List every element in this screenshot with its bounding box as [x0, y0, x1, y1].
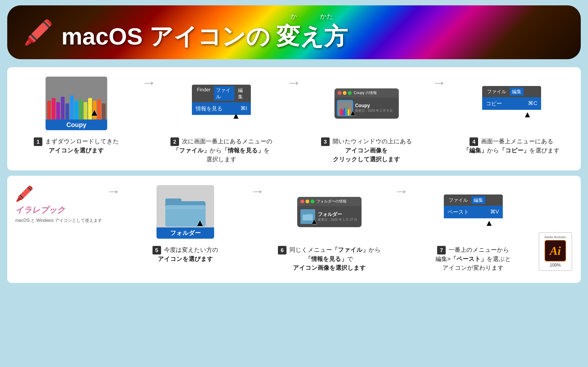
svg-rect-1 — [165, 199, 181, 204]
step-1-visual: ▲ Coupy — [15, 74, 137, 133]
step-5-visual: ▲ フォルダー — [125, 182, 246, 241]
footer-brand: イラレブック — [15, 205, 65, 216]
arrow-intro-5: → — [106, 182, 121, 226]
app-name-folder: フォルダー — [318, 211, 357, 218]
step-2: Finder ファイル 編集 情報を見る ⌘I ▲ — [160, 74, 282, 164]
folder-label: フォルダー — [157, 227, 214, 239]
step-7: ファイル 編集 ペースト ⌘V ▲ — [413, 182, 534, 272]
tl-green-6 — [311, 200, 314, 203]
step-2-desc: 2 次に画面一番上にあるメニューの 「ファイル」から「情報を見る」を 選択します — [170, 137, 273, 164]
ai-percent: 100% — [550, 263, 561, 268]
step-4-visual: ファイル 編集 コピー ⌘C ▲ — [451, 74, 573, 133]
step-2-visual: Finder ファイル 編集 情報を見る ⌘I ▲ — [160, 74, 282, 133]
step-6-visual: フォルダーの情報 — [269, 182, 390, 241]
step-2-num: 2 — [170, 137, 179, 146]
header-kanji-ruby: か かた 変え方 — [276, 12, 348, 53]
menu-file-s7: ファイル — [446, 196, 470, 204]
arrow-6-7: → — [394, 182, 409, 226]
step-3-num: 3 — [321, 137, 330, 146]
header-title-text: macOS アイコンの — [61, 23, 270, 50]
arrow-5-6: → — [250, 182, 265, 226]
cursor-1: ▲ — [90, 107, 99, 118]
tl-red-6 — [300, 200, 304, 203]
footer-desc: macOS と Windwos アイコンとして使えます — [15, 218, 102, 223]
info-window-title-6: フォルダーの情報 — [317, 199, 347, 204]
menu-item-paste[interactable]: ペースト ⌘V — [444, 206, 503, 218]
header-title: macOS アイコンの か かた 変え方 — [61, 12, 348, 53]
menu-file-active[interactable]: ファイル — [214, 86, 235, 101]
step-4-desc: 4 画面一番上メニューにある 「編集」から「コピー」を選びます — [463, 137, 560, 155]
arrow-3-4: → — [432, 74, 446, 118]
svg-rect-3 — [165, 205, 206, 209]
tl-green — [348, 91, 352, 95]
step-6: フォルダーの情報 — [269, 182, 390, 272]
cursor-7: ▲ — [485, 218, 493, 228]
info-window-title: Coupy の情報 — [354, 91, 377, 95]
step-6-num: 6 — [278, 246, 286, 254]
steps-row-1: ▲ Coupy 1 まずダウンロードしてきた アイコンを選びます → — [7, 67, 581, 170]
ruby-kata: かた — [320, 12, 333, 21]
app-date-folder: 変更日：2020 年 1 月 27 日 — [318, 218, 357, 222]
step-1-desc: 1 まずダウンロードしてきた アイコンを選びます — [34, 137, 119, 155]
menu-item-info[interactable]: 情報を見る ⌘I — [192, 102, 251, 115]
step-5-num: 5 — [152, 246, 161, 254]
ruby-ka: か — [291, 12, 297, 21]
arrow-1-2: → — [142, 74, 156, 118]
step-4-num: 4 — [470, 137, 478, 146]
step-5: ▲ フォルダー 5 今度は変えたい方の アイコンを選びます — [125, 182, 246, 263]
ai-badge: Adobe Illustrator Ai 100% — [539, 232, 572, 271]
coupy-label: Coupy — [46, 119, 107, 130]
ai-icon-box: Ai — [545, 240, 566, 261]
step-4: ファイル 編集 コピー ⌘C ▲ — [451, 74, 573, 155]
cursor-5: ▲ — [195, 217, 205, 229]
app-name-coupy: Coupy — [355, 103, 393, 108]
cursor-4: ▲ — [523, 110, 532, 119]
cursor-2: ▲ — [232, 111, 240, 121]
tl-yellow-6 — [306, 200, 309, 203]
menu-item-copy[interactable]: コピー ⌘C — [482, 97, 541, 110]
ai-brand-label: Adobe Illustrator — [545, 235, 566, 239]
tl-red — [338, 91, 341, 95]
step-3: Coupy の情報 — [306, 74, 428, 164]
step-6-desc: 6 同じくメニュー「ファイル」から 「情報を見る」で アイコン画像を選択します — [278, 245, 381, 272]
ai-label: Ai — [550, 244, 561, 258]
cursor-3: ▲ — [349, 109, 357, 117]
tl-yellow — [343, 91, 347, 95]
step-1-num: 1 — [34, 137, 42, 146]
app-date-coupy: 変更日：2020 年 2 月 9 日 — [355, 108, 393, 113]
header-banner: 🖍️ macOS アイコンの か かた 変え方 — [7, 5, 581, 59]
arrow-2-3: → — [287, 74, 302, 118]
step-7-desc: 7 一番上のメニューから 編集>「ペースト」を選ぶと アイコンが変わります — [436, 245, 511, 272]
footer-crayon-icon: 🖍️ — [15, 185, 34, 203]
cursor-6: ▲ — [311, 217, 318, 226]
menu-edit-active[interactable]: 編集 — [510, 88, 524, 96]
header-kanji: 変え方 — [276, 21, 348, 53]
step-7-visual: ファイル 編集 ペースト ⌘V ▲ — [413, 182, 534, 241]
menu-edit-active-s7[interactable]: 編集 — [471, 196, 485, 204]
menu-file-s4: ファイル — [485, 88, 508, 96]
main-container: 🖍️ macOS アイコンの か かた 変え方 — [7, 0, 581, 294]
menu-finder: Finder — [195, 86, 213, 101]
step-3-desc: 3 開いたウィンドウの上にある アイコン画像を クリックして選択します — [321, 137, 412, 164]
header-crayon-icon: 🖍️ — [23, 20, 53, 44]
step-1: ▲ Coupy 1 まずダウンロードしてきた アイコンを選びます — [15, 74, 137, 155]
step-3-visual: Coupy の情報 — [306, 74, 428, 133]
steps-row-2: 🖍️ イラレブック macOS と Windwos アイコンとして使えます → — [7, 176, 581, 283]
step-7-num: 7 — [437, 246, 446, 254]
step-5-desc: 5 今度は変えたい方の アイコンを選びます — [152, 245, 218, 263]
menu-edit: 編集 — [236, 86, 248, 101]
